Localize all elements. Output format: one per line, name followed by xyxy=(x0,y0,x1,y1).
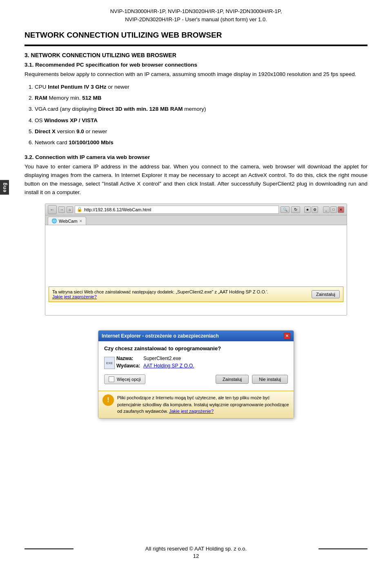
list-item-6: 6. Network card 10/100/1000 Mb/s xyxy=(29,139,368,147)
list-item-5: 5. Direct X version 9.0 or newer xyxy=(29,128,368,136)
checkbox-icon xyxy=(109,376,114,382)
browser-star-icon[interactable]: ★ xyxy=(304,206,311,213)
list-item-2: 2. RAM Memory min. 512 MB xyxy=(29,94,368,102)
browser-titlebar: ← → ⌂ 🔒 http://192.168.6.12/WebCam.html … xyxy=(45,204,347,215)
warning-icon: ! xyxy=(102,394,114,406)
page-number: 12 xyxy=(193,553,199,559)
address-bar-text: http://192.168.6.12/WebCam.html xyxy=(84,207,151,212)
section32-body: You have to enter camera IP address in t… xyxy=(24,163,368,197)
subsection31-title: 3.1. Recommended PC specification for we… xyxy=(24,62,368,68)
camera-view-area xyxy=(47,227,345,284)
security-dialog: Internet Explorer - ostrzeżenie o zabezp… xyxy=(98,330,294,419)
dialog-warning-bar: ! Pliki pochodzące z Internetu mogą być … xyxy=(98,391,294,418)
zainstaluj-btn[interactable]: Zainstaluj xyxy=(312,290,340,298)
section3-title: 3. NETWORK CONNECTION UTILIZING WEB BROS… xyxy=(24,52,368,58)
subsection32-title: 3.2. Connection with IP camera via web b… xyxy=(24,154,368,160)
browser-content: Ta witryna sieci Web chce zainstalować n… xyxy=(45,225,347,315)
dialog-name-row: EXE Nazwa: SuperClient2.exe Wydawca: AAT… xyxy=(104,356,288,370)
dialog-warning-text: Pliki pochodzące z Internetu mogą być uż… xyxy=(117,394,290,415)
more-options-btn[interactable]: Więcej opcji xyxy=(104,374,145,384)
dialog-buttons-row: Więcej opcji Zainstaluj Nie instaluj xyxy=(104,374,288,384)
dialog-close-btn[interactable]: ✕ xyxy=(284,333,290,339)
dialog-name-field: Nazwa: SuperClient2.exe xyxy=(116,356,194,361)
browser-tab[interactable]: 🌐 WebCam ✕ xyxy=(48,217,86,225)
footer-text: All rights reserved © AAT Holding sp. z … xyxy=(74,546,318,552)
browser-minimize-btn[interactable]: _ xyxy=(323,206,330,213)
browser-back-btn[interactable]: ← xyxy=(48,205,57,214)
list-item-4: 4. OS Windows XP / VISTA xyxy=(29,116,368,125)
spec-list: 1. CPU Intel Pentium IV 3 GHz or newer 2… xyxy=(29,83,368,147)
tab-icon: 🌐 xyxy=(51,218,57,224)
dialog-body: Czy chcesz zainstalować to oprogramowani… xyxy=(98,341,294,391)
header-line1: NVIP-1DN3000H/IR-1P, NVIP-1DN3020H/IR-1P… xyxy=(110,8,282,14)
address-bar[interactable]: 🔒 http://192.168.6.12/WebCam.html xyxy=(75,206,279,214)
browser-search-btn[interactable]: 🔍 xyxy=(281,206,290,213)
dialog-noinstall-btn[interactable]: Nie instaluj xyxy=(252,375,288,384)
browser-notification-bar: Ta witryna sieci Web chce zainstalować n… xyxy=(49,286,343,302)
browser-tab-label: WebCam xyxy=(59,219,78,224)
address-bar-icon: 🔒 xyxy=(77,207,82,212)
browser-home-btn[interactable]: ⌂ xyxy=(67,206,73,213)
list-item-3: 3. VGA card (any displaying Direct 3D wi… xyxy=(29,105,368,113)
eng-language-tab: eng xyxy=(0,180,9,195)
list-item-1: 1. CPU Intel Pentium IV 3 GHz or newer xyxy=(29,83,368,91)
publisher-link[interactable]: AAT Holding SP Z O.O. xyxy=(143,363,194,369)
warning-link[interactable]: Jakie jest zagrożenie? xyxy=(169,409,214,414)
page-main-title: NETWORK CONNECTION UTILIZING WEB BROWSER xyxy=(24,31,368,40)
browser-refresh-btn[interactable]: ↻ xyxy=(291,206,300,213)
header-line2: NVIP-2DN3020H/IR-1P - User's manual (sho… xyxy=(125,16,267,22)
dialog-container: Internet Explorer - ostrzeżenie o zabezp… xyxy=(24,322,368,427)
browser-close-btn[interactable]: ✕ xyxy=(338,206,344,213)
browser-maximize-btn[interactable]: □ xyxy=(330,206,337,213)
browser-forward-btn[interactable]: → xyxy=(58,206,65,213)
footer: All rights reserved © AAT Holding sp. z … xyxy=(24,546,368,552)
tab-close-btn[interactable]: ✕ xyxy=(79,219,82,223)
jakie-zagrozenie-link[interactable]: Jakie jest zagrożenie? xyxy=(52,294,97,299)
browser-notification-text: Ta witryna sieci Web chce zainstalować n… xyxy=(52,289,312,299)
browser-tools-icon[interactable]: ⚙ xyxy=(312,206,318,213)
dialog-titlebar: Internet Explorer - ostrzeżenie o zabezp… xyxy=(98,331,294,341)
browser-tab-bar: 🌐 WebCam ✕ xyxy=(45,215,347,225)
dialog-question-text: Czy chcesz zainstalować to oprogramowani… xyxy=(104,345,288,351)
dialog-install-btn[interactable]: Zainstaluj xyxy=(216,375,249,384)
dialog-publisher-field: Wydawca: AAT Holding SP Z O.O. xyxy=(116,363,194,369)
browser-screenshot: ← → ⌂ 🔒 http://192.168.6.12/WebCam.html … xyxy=(45,204,347,316)
exe-icon: EXE xyxy=(104,357,115,369)
footer-line-left xyxy=(24,548,74,549)
thin-divider xyxy=(24,46,368,46)
intro-text: Requirements below apply to connection w… xyxy=(24,70,368,79)
dialog-title-text: Internet Explorer - ostrzeżenie o zabezp… xyxy=(102,333,219,339)
footer-line-right xyxy=(318,548,368,549)
page-header: NVIP-1DN3000H/IR-1P, NVIP-1DN3020H/IR-1P… xyxy=(24,7,368,23)
